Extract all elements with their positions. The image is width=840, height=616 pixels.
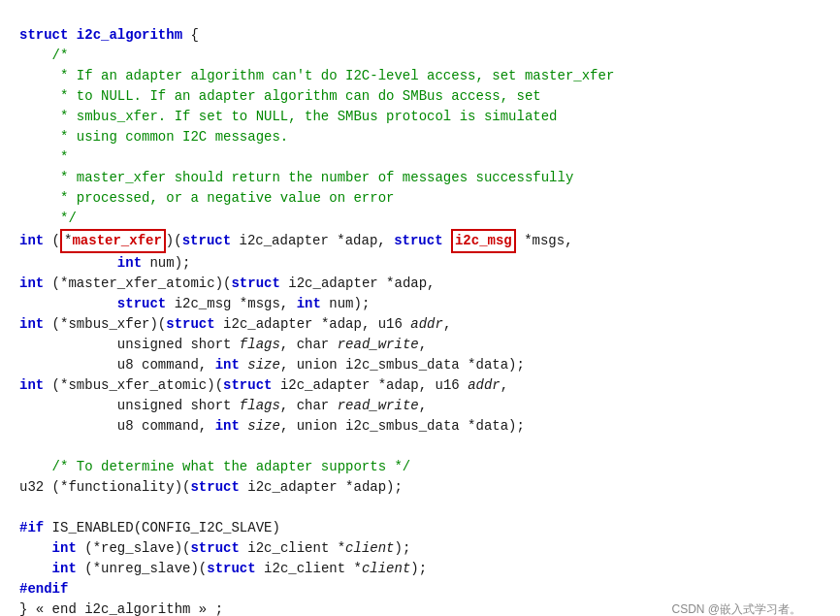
line-reg-slave: int (*reg_slave)(struct i2c_client *clie… (19, 538, 821, 559)
line-master-xfer-2: int num); (19, 253, 821, 274)
highlight-master-xfer: *master_xfer (60, 229, 166, 253)
comment-line-3: * to NULL. If an adapter algorithm can d… (19, 86, 821, 107)
line-master-xfer-1: int (*master_xfer)(struct i2c_adapter *a… (19, 229, 821, 253)
comment-line-8: * processed, or a negative value on erro… (19, 188, 821, 209)
comment-line-4: * smbus_xfer. If set to NULL, the SMBus … (19, 107, 821, 127)
line-functionality: u32 (*functionality)(struct i2c_adapter … (19, 477, 821, 498)
keyword-struct: struct (19, 25, 68, 46)
code-block: struct i2c_algorithm { /* * If an adapte… (19, 16, 821, 616)
line-blank-2 (19, 498, 821, 518)
comment-line-7: * master_xfer should return the number o… (19, 168, 821, 188)
line-blank-1 (19, 437, 821, 457)
line-struct-def: struct i2c_algorithm { (19, 25, 821, 46)
line-endif: #endif (19, 579, 821, 600)
code-container: struct i2c_algorithm { /* * If an adapte… (19, 16, 821, 616)
kw-int-1: int (19, 231, 44, 251)
comment-line-5: * using common I2C messages. (19, 127, 821, 147)
line-smbus-xfer-1: int (*smbus_xfer)(struct i2c_adapter *ad… (19, 314, 821, 335)
line-master-xfer-atomic-1: int (*master_xfer_atomic)(struct i2c_ada… (19, 274, 821, 294)
struct-name: i2c_algorithm (77, 25, 182, 46)
line-smbus-xfer-atomic-1: int (*smbus_xfer_atomic)(struct i2c_adap… (19, 375, 821, 396)
line-unreg-slave: int (*unreg_slave)(struct i2c_client *cl… (19, 559, 821, 579)
line-if-enabled: #if IS_ENABLED(CONFIG_I2C_SLAVE) (19, 518, 821, 538)
line-smbus-xfer-atomic-3: u8 command, int size, union i2c_smbus_da… (19, 416, 821, 437)
highlight-i2c-msg: i2c_msg (451, 229, 516, 253)
line-smbus-xfer-3: u8 command, int size, union i2c_smbus_da… (19, 355, 821, 375)
comment-line-6: * (19, 147, 821, 168)
footer-label: CSDN @嵌入式学习者。 (671, 600, 801, 616)
line-comment-functionality: /* To determine what the adapter support… (19, 457, 821, 477)
line-smbus-xfer-2: unsigned short flags, char read_write, (19, 335, 821, 355)
line-master-xfer-atomic-2: struct i2c_msg *msgs, int num); (19, 294, 821, 314)
line-smbus-xfer-atomic-2: unsigned short flags, char read_write, (19, 396, 821, 416)
comment-line-1: /* (19, 46, 821, 66)
comment-line-2: * If an adapter algorithm can't do I2C-l… (19, 66, 821, 86)
comment-line-9: */ (19, 209, 821, 229)
